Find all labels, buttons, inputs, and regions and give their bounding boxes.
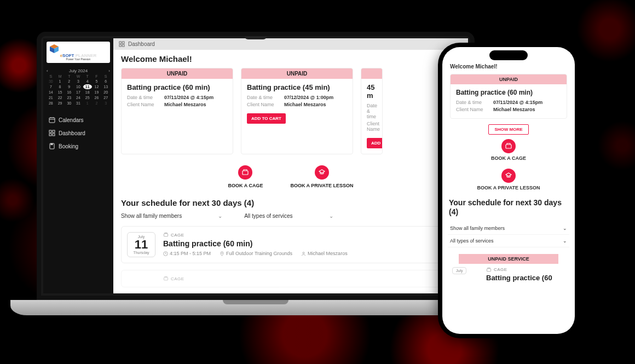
cal-day[interactable]: 9 (65, 84, 73, 89)
cal-day[interactable]: 5 (93, 79, 101, 84)
cal-day[interactable]: 3 (74, 79, 83, 84)
mobile-filter-services[interactable]: All types of services ⌄ (448, 235, 569, 247)
card-datetime: Date & time07/11/2024 @ 4:15pm (127, 95, 227, 100)
cal-day[interactable]: 8 (56, 84, 65, 89)
schedule-item-next[interactable]: CAGE (121, 270, 460, 287)
schedule-filters: Show all family members ⌄ All types of s… (121, 213, 460, 219)
filter-family[interactable]: Show all family members ⌄ (121, 213, 222, 219)
cal-day[interactable]: 6 (101, 79, 110, 84)
cal-day[interactable]: 13 (101, 84, 110, 89)
cal-day-other[interactable]: 30 (47, 79, 55, 84)
nav-booking[interactable]: Booking (43, 140, 113, 153)
cal-day[interactable]: 26 (93, 95, 101, 100)
show-more-button[interactable]: SHOW MORE (488, 124, 528, 135)
cal-day[interactable]: 22 (56, 95, 65, 100)
cal-day[interactable]: 27 (101, 95, 110, 100)
cal-day[interactable]: 7 (47, 84, 55, 89)
dynamic-island (489, 50, 528, 60)
cal-day[interactable]: 4 (83, 79, 92, 84)
category-tag: CAGE (163, 276, 454, 281)
unpaid-badge: UNPAID (241, 68, 353, 79)
add-to-cart-button[interactable]: ADD TO CART (247, 113, 286, 124)
nav-dashboard-label: Dashboard (59, 130, 85, 136)
schedule-item-meta: 4:15 PM - 5:15 PM Full Outdoor Training … (163, 251, 454, 256)
cal-day[interactable]: 18 (83, 90, 92, 95)
chevron-down-icon: ⌄ (329, 213, 333, 219)
filter-services[interactable]: All types of services ⌄ (244, 213, 333, 219)
schedule-title: Your schedule for next 30 days (4) (121, 198, 460, 207)
filter-services-label: All types of services (244, 213, 292, 219)
cal-day[interactable]: 10 (74, 84, 83, 89)
cal-day[interactable]: 29 (56, 101, 65, 106)
cal-day[interactable]: 23 (65, 95, 73, 100)
cal-day-other[interactable]: 1 (83, 101, 92, 106)
cal-day[interactable]: 16 (65, 90, 73, 95)
date-dow: Thursday (129, 251, 154, 255)
pin-icon (220, 251, 224, 256)
cal-day[interactable]: 24 (74, 95, 83, 100)
cal-day[interactable]: 14 (47, 90, 55, 95)
cal-dow: T (83, 74, 92, 78)
cage-icon (501, 139, 516, 153)
logo-cube-icon (49, 44, 108, 54)
nav-calendars[interactable]: Calendars (43, 113, 113, 126)
cal-day[interactable]: 21 (47, 95, 55, 100)
desktop-app: eSOFT PLANNER Power Your Passion ‹ July … (43, 38, 468, 293)
cal-day[interactable]: 20 (101, 90, 110, 95)
card-datetime: Date & time07/12/2024 @ 1:00pm (247, 95, 347, 100)
mobile-schedule-item[interactable]: UNPAID SERVICE CAGE July Batting practic… (448, 254, 569, 282)
chevron-down-icon: ⌄ (563, 238, 567, 244)
cal-day-today[interactable]: 11 (83, 84, 92, 89)
clock-icon (163, 251, 168, 256)
mobile-date-badge: July (452, 267, 466, 274)
nav-dashboard[interactable]: Dashboard (43, 126, 113, 140)
book-lesson-label: BOOK A PRIVATE LESSON (290, 183, 353, 188)
mobile-book-lesson-label: BOOK A PRIVATE LESSON (448, 185, 569, 190)
svg-rect-14 (119, 44, 122, 47)
booking-icon (49, 143, 55, 149)
mini-calendar[interactable]: ‹ July 2024 › SMTWTFS3012345678910111213… (47, 68, 110, 106)
cal-day[interactable]: 17 (74, 90, 83, 95)
phone-mockup: Welcome Michael! UNPAID Batting practice… (438, 43, 579, 338)
mobile-book-cage[interactable]: BOOK A CAGE (448, 139, 569, 161)
nav-calendars-label: Calendars (59, 117, 84, 123)
cal-day-other[interactable]: 2 (93, 101, 101, 106)
card-title: 45 m (367, 83, 377, 100)
logo-tagline: Power Your Passion (49, 58, 108, 61)
cal-day[interactable]: 28 (47, 101, 55, 106)
chevron-down-icon: ⌄ (563, 226, 567, 231)
cal-day[interactable]: 12 (93, 84, 101, 89)
topbar: Dashboard (113, 38, 468, 50)
svg-rect-8 (53, 130, 55, 132)
svg-rect-12 (119, 42, 122, 44)
cal-day[interactable]: 30 (65, 101, 73, 106)
svg-rect-9 (49, 134, 51, 136)
schedule-item[interactable]: July 11 Thursday CAGE Batting practice (… (121, 226, 460, 263)
main-area: Dashboard Welcome Michael! UNPAIDBatting… (113, 38, 468, 293)
cal-day[interactable]: 15 (56, 90, 65, 95)
mobile-card-title: Batting practice (60 min) (456, 89, 561, 96)
mobile-filter-family[interactable]: Show all family members ⌄ (448, 222, 569, 235)
unpaid-card[interactable]: UNPAIDBatting practice (60 min)Date & ti… (121, 68, 233, 154)
cal-day[interactable]: 25 (83, 95, 92, 100)
unpaid-card[interactable]: UNPAIDBatting practice (45 min)Date & ti… (241, 68, 353, 154)
cal-prev-icon[interactable]: ‹ (47, 68, 48, 73)
book-cage-action[interactable]: BOOK A CAGE (228, 165, 263, 188)
cal-day[interactable]: 2 (65, 79, 73, 84)
mobile-unpaid-card[interactable]: UNPAID Batting practice (60 min) Date & … (450, 74, 567, 119)
cal-next-icon[interactable]: › (108, 68, 110, 73)
card-title: Batting practice (60 min) (127, 83, 227, 91)
mobile-book-lesson[interactable]: BOOK A PRIVATE LESSON (448, 169, 569, 190)
svg-rect-15 (122, 44, 124, 47)
sidebar: eSOFT PLANNER Power Your Passion ‹ July … (43, 38, 113, 293)
unpaid-card[interactable]: 45 mDate & timeClient NameADD (361, 68, 383, 154)
cal-day[interactable]: 31 (74, 101, 83, 106)
book-lesson-action[interactable]: BOOK A PRIVATE LESSON (290, 165, 353, 188)
svg-point-20 (303, 252, 304, 253)
book-cage-label: BOOK A CAGE (228, 183, 263, 188)
cal-day[interactable]: 1 (56, 79, 65, 84)
cal-day[interactable]: 19 (93, 90, 101, 95)
cal-day-other[interactable]: 3 (101, 101, 110, 106)
card-client: Client NameMichael Meszaros (127, 102, 227, 107)
add-to-cart-button[interactable]: ADD (367, 138, 383, 148)
